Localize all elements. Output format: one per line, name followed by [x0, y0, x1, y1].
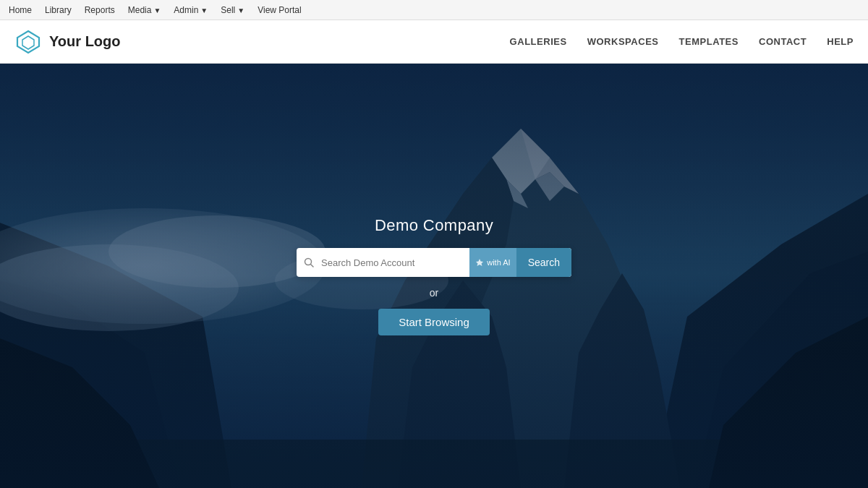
contact-link[interactable]: CONTACT	[759, 36, 807, 47]
logo-text: Your Logo	[49, 33, 121, 50]
search-bar: with AI Search	[297, 248, 571, 277]
help-link[interactable]: HELP	[827, 36, 854, 47]
admin-library-link[interactable]: Library	[45, 5, 72, 15]
brand-links: GALLERIES WORKSPACES TEMPLATES CONTACT H…	[510, 36, 854, 47]
templates-link[interactable]: TEMPLATES	[679, 36, 739, 47]
hero-content: Demo Company with AI Search or Start Bro…	[297, 216, 571, 335]
logo-area[interactable]: Your Logo	[14, 28, 121, 56]
admin-admin-link[interactable]: Admin▼	[174, 5, 208, 15]
workspaces-link[interactable]: WORKSPACES	[587, 36, 659, 47]
hero-section: Demo Company with AI Search or Start Bro…	[0, 64, 868, 488]
logo-icon	[14, 28, 42, 56]
or-divider: or	[430, 287, 438, 299]
brand-nav: Your Logo GALLERIES WORKSPACES TEMPLATES…	[0, 20, 868, 64]
admin-bar: Home Library Reports Media▼ Admin▼ Sell▼…	[0, 0, 868, 20]
start-browsing-button[interactable]: Start Browsing	[378, 309, 490, 335]
svg-marker-25	[476, 259, 483, 266]
search-button[interactable]: Search	[516, 248, 571, 277]
admin-viewportal-link[interactable]: View Portal	[258, 5, 301, 15]
admin-reports-link[interactable]: Reports	[85, 5, 115, 15]
search-icon	[297, 257, 321, 267]
ai-badge: with AI	[469, 248, 516, 277]
company-name: Demo Company	[375, 216, 493, 235]
admin-home-link[interactable]: Home	[9, 5, 32, 15]
galleries-link[interactable]: GALLERIES	[510, 36, 567, 47]
admin-sell-link[interactable]: Sell▼	[221, 5, 244, 15]
search-input[interactable]	[321, 257, 469, 268]
svg-marker-1	[22, 36, 34, 49]
svg-line-24	[311, 265, 314, 267]
admin-media-link[interactable]: Media▼	[128, 5, 161, 15]
